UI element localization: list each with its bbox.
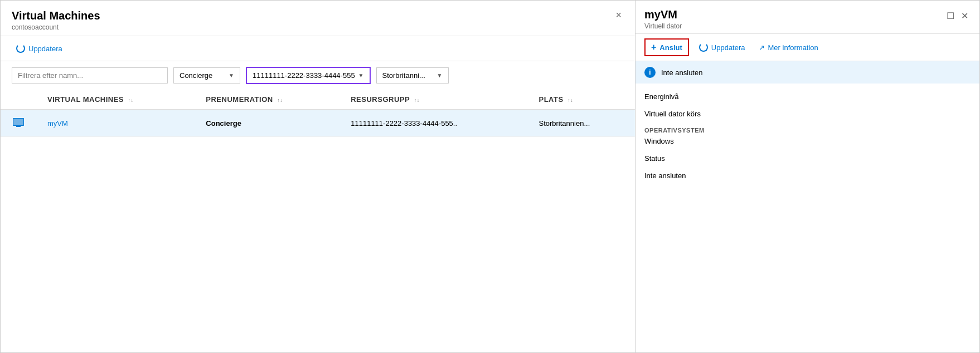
right-close-button[interactable]: ✕ bbox=[959, 8, 971, 23]
energy-label: Energinivå bbox=[644, 92, 971, 101]
col-resourcegroup[interactable]: RESURSGRUPP ↑↓ bbox=[339, 90, 527, 110]
status-banner-text: Inte ansluten bbox=[661, 68, 702, 77]
table-row[interactable]: myVM Concierge 11111111-2222-3333-4444-5… bbox=[1, 110, 635, 137]
more-info-button[interactable]: ↗ Mer information bbox=[755, 41, 822, 54]
connect-label: Anslut bbox=[659, 43, 682, 52]
more-info-label: Mer information bbox=[768, 43, 818, 52]
close-button[interactable]: × bbox=[613, 9, 624, 21]
svg-rect-3 bbox=[13, 119, 23, 125]
energy-detail: Energinivå bbox=[644, 92, 971, 101]
location-chevron: ▼ bbox=[437, 72, 443, 79]
vm-icon-cell bbox=[1, 110, 36, 137]
col-rg-label: RESURSGRUPP bbox=[351, 95, 410, 104]
vm-name-cell[interactable]: myVM bbox=[36, 110, 195, 137]
right-header-actions: ☐ ✕ bbox=[944, 8, 971, 23]
status-label: Status bbox=[644, 154, 971, 163]
right-title-group: myVM Virtuell dator bbox=[644, 8, 682, 30]
vm-subscription: Concierge bbox=[206, 119, 241, 128]
name-filter-input[interactable] bbox=[12, 67, 168, 84]
col-vm bbox=[1, 90, 36, 110]
svg-rect-1 bbox=[16, 126, 21, 127]
subscription-filter[interactable]: Concierge ▼ bbox=[173, 67, 240, 84]
col-vm-label: VIRTUAL MACHINES bbox=[47, 95, 124, 104]
location-filter[interactable]: Storbritanni... ▼ bbox=[376, 67, 449, 84]
subscription-id-chevron: ▼ bbox=[358, 72, 364, 79]
col-subscription[interactable]: PRENUMERATION ↑↓ bbox=[195, 90, 339, 110]
table-header-row: VIRTUAL MACHINES ↑↓ PRENUMERATION ↑↓ RES… bbox=[1, 90, 635, 110]
subscription-id-filter[interactable]: 11111111-2222-3333-4444-555 ▼ bbox=[246, 67, 371, 84]
refresh-button[interactable]: Uppdatera bbox=[12, 42, 67, 55]
vm-name: myVM bbox=[47, 119, 68, 128]
right-refresh-label: Uppdatera bbox=[711, 43, 745, 52]
sort-sub-icon[interactable]: ↑↓ bbox=[277, 97, 283, 103]
panel-subtitle: contosoaccount bbox=[12, 23, 100, 31]
location-value: Storbritanni... bbox=[382, 71, 425, 80]
maximize-button[interactable]: ☐ bbox=[944, 8, 957, 23]
running-detail: Virtuell dator körs bbox=[644, 110, 971, 118]
right-title: myVM bbox=[644, 8, 682, 21]
panel-header: Virtual Machines contosoaccount × bbox=[1, 1, 635, 36]
table-container: VIRTUAL MACHINES ↑↓ PRENUMERATION ↑↓ RES… bbox=[1, 90, 635, 352]
right-refresh-icon bbox=[699, 43, 708, 52]
sort-vm-icon[interactable]: ↑↓ bbox=[128, 97, 134, 103]
right-toolbar: + Anslut Uppdatera ↗ Mer information bbox=[635, 34, 979, 61]
left-toolbar: Uppdatera bbox=[1, 36, 635, 61]
panel-title-group: Virtual Machines contosoaccount bbox=[12, 9, 100, 31]
right-refresh-button[interactable]: Uppdatera bbox=[696, 41, 749, 54]
os-section-header: OPERATIVSYSTEM bbox=[644, 127, 971, 134]
refresh-label: Uppdatera bbox=[28, 45, 62, 53]
external-link-icon: ↗ bbox=[759, 43, 765, 52]
sort-rg-icon[interactable]: ↑↓ bbox=[414, 97, 420, 103]
col-loc-label: PLATS bbox=[538, 95, 563, 104]
right-panel: myVM Virtuell dator ☐ ✕ + Anslut Uppdate… bbox=[635, 0, 980, 353]
filters-row: Concierge ▼ 11111111-2222-3333-4444-555 … bbox=[1, 61, 635, 90]
os-value: Windows bbox=[644, 137, 971, 145]
vm-location-cell: Storbritannien... bbox=[527, 110, 635, 137]
right-content: Energinivå Virtuell dator körs OPERATIVS… bbox=[635, 84, 979, 352]
info-icon: i bbox=[644, 67, 656, 78]
vm-rg-cell: 11111111-2222-3333-4444-555.. bbox=[339, 110, 527, 137]
connect-plus-icon: + bbox=[651, 42, 656, 52]
subscription-value: Concierge bbox=[179, 71, 212, 80]
left-panel: Virtual Machines contosoaccount × Uppdat… bbox=[0, 0, 635, 353]
right-header: myVM Virtuell dator ☐ ✕ bbox=[635, 1, 979, 34]
col-vm-name[interactable]: VIRTUAL MACHINES ↑↓ bbox=[36, 90, 195, 110]
subscription-id-value: 11111111-2222-3333-4444-555 bbox=[253, 71, 355, 80]
os-detail: Windows bbox=[644, 137, 971, 145]
sort-loc-icon[interactable]: ↑↓ bbox=[567, 97, 573, 103]
connect-button[interactable]: + Anslut bbox=[644, 38, 689, 56]
status-label-detail: Status bbox=[644, 154, 971, 163]
vm-table: VIRTUAL MACHINES ↑↓ PRENUMERATION ↑↓ RES… bbox=[1, 90, 635, 137]
running-value: Virtuell dator körs bbox=[644, 110, 971, 118]
subscription-chevron: ▼ bbox=[229, 72, 234, 79]
status-value-detail: Inte ansluten bbox=[644, 171, 971, 180]
vm-icon bbox=[12, 116, 25, 129]
panel-title: Virtual Machines bbox=[12, 9, 100, 22]
status-banner: i Inte ansluten bbox=[635, 61, 979, 84]
right-subtitle: Virtuell dator bbox=[644, 22, 682, 30]
col-location[interactable]: PLATS ↑↓ bbox=[527, 90, 635, 110]
status-value: Inte ansluten bbox=[644, 171, 971, 180]
vm-subscription-cell: Concierge bbox=[195, 110, 339, 137]
refresh-icon bbox=[16, 44, 25, 53]
col-sub-label: PRENUMERATION bbox=[206, 95, 273, 104]
